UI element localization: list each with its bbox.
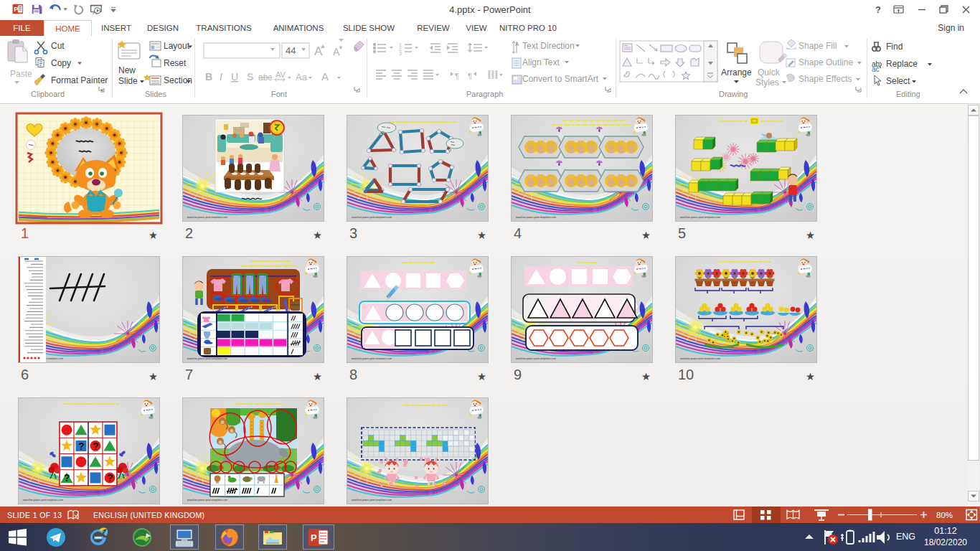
- svg-text:ac: ac: [872, 65, 880, 73]
- svg-text:Slide: Slide: [118, 76, 138, 86]
- svg-text:3: 3: [399, 51, 402, 56]
- svg-text:★: ★: [806, 230, 815, 241]
- svg-text:10: 10: [678, 367, 694, 382]
- svg-text:Find: Find: [886, 42, 903, 52]
- svg-text:★: ★: [149, 230, 158, 241]
- svg-text:Convert to SmartArt: Convert to SmartArt: [522, 74, 599, 84]
- svg-text:Select: Select: [886, 76, 910, 86]
- svg-text:2: 2: [185, 225, 193, 241]
- svg-text:S: S: [247, 71, 253, 83]
- svg-text:?: ?: [64, 472, 70, 484]
- svg-text:A: A: [321, 70, 329, 83]
- svg-text:Arrange: Arrange: [721, 67, 752, 77]
- svg-text:U: U: [231, 71, 238, 83]
- svg-text:¶: ¶: [468, 72, 472, 80]
- svg-text:7: 7: [185, 367, 193, 382]
- svg-text:Styles: Styles: [755, 77, 779, 88]
- svg-text:?: ?: [93, 441, 99, 452]
- svg-text:AV: AV: [275, 70, 286, 79]
- svg-text:Paragraph: Paragraph: [466, 90, 503, 98]
- svg-text:★: ★: [641, 371, 651, 382]
- svg-text:80%: 80%: [936, 511, 953, 519]
- svg-text:★: ★: [477, 371, 486, 382]
- svg-text:New: New: [118, 65, 136, 75]
- svg-text:Layout: Layout: [164, 41, 190, 51]
- svg-text:Shape Fill: Shape Fill: [798, 41, 837, 51]
- svg-text:P: P: [311, 532, 317, 543]
- svg-text:3: 3: [349, 225, 357, 241]
- svg-text:Aa: Aa: [296, 72, 308, 83]
- svg-text:Clipboard: Clipboard: [31, 90, 65, 98]
- svg-text:I: I: [220, 71, 222, 83]
- svg-text:Font: Font: [271, 90, 287, 98]
- svg-text:Cut: Cut: [51, 41, 65, 51]
- svg-text:Format Painter: Format Painter: [51, 75, 108, 85]
- svg-text:abc: abc: [258, 72, 272, 83]
- svg-text:Replace: Replace: [886, 59, 918, 69]
- svg-text:44: 44: [286, 45, 296, 56]
- svg-text:★: ★: [477, 230, 486, 241]
- svg-text:Shape Outline: Shape Outline: [798, 57, 853, 67]
- svg-text:9: 9: [514, 367, 522, 382]
- svg-text:A: A: [314, 44, 323, 58]
- svg-text:?: ?: [78, 441, 85, 452]
- svg-text:★: ★: [149, 371, 158, 382]
- svg-text:B: B: [205, 71, 212, 83]
- svg-text:Slides: Slides: [145, 90, 166, 98]
- svg-text:★: ★: [313, 230, 322, 241]
- svg-text:?: ?: [107, 472, 113, 484]
- svg-text:1: 1: [21, 225, 29, 241]
- svg-text:4: 4: [514, 225, 522, 241]
- svg-text:?: ?: [875, 4, 881, 15]
- svg-text:A: A: [515, 41, 519, 47]
- svg-text:Editing: Editing: [896, 90, 920, 98]
- svg-text:Paste: Paste: [10, 69, 32, 79]
- svg-text:6: 6: [21, 367, 29, 382]
- svg-text:¶: ¶: [455, 72, 459, 80]
- svg-text:Shape Effects: Shape Effects: [798, 74, 852, 84]
- svg-text:A: A: [333, 46, 340, 57]
- svg-text:5: 5: [678, 225, 686, 241]
- svg-text:★: ★: [806, 371, 815, 382]
- svg-text:Reset: Reset: [164, 58, 187, 68]
- svg-text:Quick: Quick: [758, 67, 781, 77]
- svg-text:★: ★: [641, 230, 651, 241]
- svg-text:Copy: Copy: [51, 58, 71, 68]
- svg-text:8: 8: [349, 367, 357, 382]
- svg-text:Text Direction: Text Direction: [522, 41, 575, 51]
- svg-text:Align Text: Align Text: [522, 57, 560, 67]
- svg-text:Drawing: Drawing: [719, 90, 748, 98]
- svg-text:★: ★: [313, 371, 322, 382]
